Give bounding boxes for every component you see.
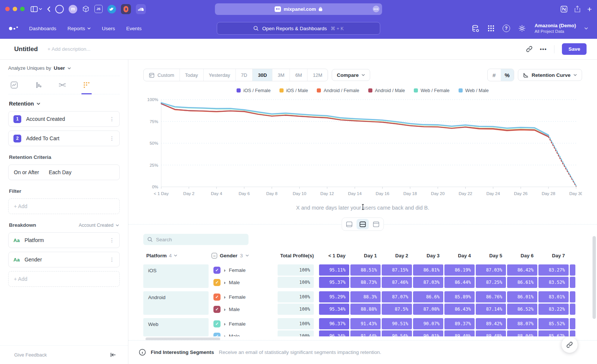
- retention-value-cell[interactable]: 95.11%: [319, 264, 349, 276]
- retention-value-cell[interactable]: 86.76%: [476, 291, 506, 302]
- event-step-card[interactable]: 1 Account Created ⋮: [8, 111, 120, 127]
- retention-value-cell[interactable]: 87.03%: [413, 277, 443, 288]
- platform-cell[interactable]: iOS: [143, 264, 209, 288]
- retention-value-cell[interactable]: 95.37%: [319, 277, 349, 288]
- retention-value-cell[interactable]: 86.43%: [444, 304, 475, 315]
- tab-flows[interactable]: [58, 81, 66, 94]
- chart-type-dropdown[interactable]: Retention Curve: [518, 69, 582, 81]
- retention-value-cell[interactable]: 83.27%: [538, 264, 569, 276]
- compare-dropdown[interactable]: Compare: [332, 69, 371, 81]
- retention-value-cell[interactable]: 88.88%: [350, 304, 381, 315]
- legend-item[interactable]: Android / Female: [317, 87, 359, 94]
- retention-value-cell[interactable]: 86.52%: [507, 304, 537, 315]
- retention-value-cell[interactable]: 86.81%: [413, 264, 443, 276]
- series-checkbox[interactable]: ✓: [213, 294, 221, 301]
- retention-value-cell[interactable]: 85.52%: [538, 318, 569, 329]
- day-column-header[interactable]: Day 6: [507, 253, 538, 258]
- day-column-header[interactable]: Day 3: [413, 253, 444, 258]
- retention-value-cell[interactable]: 83.01%: [538, 291, 569, 302]
- retention-value-cell[interactable]: 87.07%: [382, 291, 412, 302]
- retention-value-cell[interactable]: 90.07%: [413, 318, 443, 329]
- share-link-fab[interactable]: [562, 337, 578, 353]
- criteria-interval[interactable]: Each Day: [49, 169, 72, 175]
- retention-value-cell[interactable]: 85.89%: [444, 291, 475, 302]
- legend-item[interactable]: iOS / Male: [279, 87, 308, 94]
- back-button[interactable]: [47, 6, 50, 12]
- retention-value-cell[interactable]: 87.03%: [476, 264, 506, 276]
- segments-title[interactable]: Find Interesting Segments: [151, 349, 214, 355]
- retention-value-cell[interactable]: 88.73%: [350, 277, 381, 288]
- series-checkbox[interactable]: ✓: [213, 279, 221, 286]
- extension-red-icon[interactable]: [121, 4, 131, 14]
- retention-value-cell[interactable]: 95.29%: [319, 291, 349, 302]
- extension-bird-icon[interactable]: [107, 5, 116, 13]
- extension-soundcloud-icon[interactable]: [136, 4, 146, 14]
- copy-link-icon[interactable]: [526, 46, 532, 52]
- legend-item[interactable]: Web / Female: [414, 87, 450, 94]
- tab-funnels[interactable]: [34, 81, 42, 94]
- kebab-menu-icon[interactable]: ⋮: [109, 116, 115, 122]
- series-checkbox[interactable]: ✓: [213, 320, 221, 327]
- criteria-type[interactable]: On or After: [14, 169, 39, 175]
- retention-value-cell[interactable]: 88.3%: [350, 291, 381, 302]
- nav-reports[interactable]: Reports: [68, 26, 91, 31]
- kebab-menu-icon[interactable]: ⋮: [109, 135, 115, 141]
- global-search[interactable]: Open Reports & Dashboards ⌘ + K: [217, 22, 380, 35]
- retention-value-cell[interactable]: 90.51%: [382, 318, 412, 329]
- browser-sidebar-toggle[interactable]: [31, 6, 42, 12]
- day-column-header[interactable]: Day 7: [538, 253, 570, 258]
- retention-value-cell[interactable]: 86.61%: [507, 277, 537, 288]
- event-step-card[interactable]: 2 Added To Cart ⋮: [8, 131, 120, 146]
- breakdown-property-card[interactable]: Aa Platform ⋮: [8, 232, 120, 248]
- series-checkbox[interactable]: ✓: [213, 306, 221, 313]
- nav-dashboards[interactable]: Dashboards: [29, 26, 56, 31]
- expand-chevron-icon[interactable]: ›: [224, 280, 225, 285]
- extension-js-icon[interactable]: JS: [94, 5, 103, 13]
- retention-value-cell[interactable]: 88.51%: [350, 264, 381, 276]
- retention-value-cell[interactable]: 89.48%: [476, 330, 506, 336]
- nav-events[interactable]: Events: [126, 26, 141, 31]
- tab-insights[interactable]: [10, 81, 18, 94]
- platform-column-header[interactable]: Platform 4: [143, 253, 212, 258]
- save-button[interactable]: Save: [562, 43, 587, 55]
- share-icon[interactable]: [574, 6, 581, 13]
- total-profiles-header[interactable]: Total Profile(s): [278, 253, 319, 258]
- retention-value-cell[interactable]: 86.6%: [413, 291, 443, 302]
- retention-criteria-card[interactable]: On or After Each Day: [8, 164, 120, 180]
- retention-value-cell[interactable]: 83.22%: [538, 304, 569, 315]
- new-tab-button[interactable]: +: [587, 5, 592, 13]
- gender-column-header[interactable]: – Gender 3: [212, 253, 278, 258]
- give-feedback-link[interactable]: Give Feedback: [14, 352, 47, 358]
- retention-value-cell[interactable]: 87.5%: [382, 304, 412, 315]
- series-checkbox[interactable]: ✓: [213, 267, 221, 274]
- range-12m[interactable]: 12M: [307, 69, 327, 81]
- range-yesterday[interactable]: Yesterday: [203, 69, 235, 81]
- retention-value-cell[interactable]: 88.07%: [507, 318, 537, 329]
- retention-value-cell[interactable]: 86.01%: [507, 291, 537, 302]
- account-switcher[interactable]: Amazonia {Demo} All Project Data: [535, 23, 576, 34]
- absolute-count-toggle[interactable]: #: [488, 69, 501, 81]
- day-column-header[interactable]: Day 5: [476, 253, 507, 258]
- expand-chevron-icon[interactable]: ›: [224, 307, 225, 312]
- retention-value-cell[interactable]: 88.04%: [507, 330, 537, 336]
- expand-chevron-icon[interactable]: ›: [224, 267, 225, 273]
- apps-grid-icon[interactable]: [488, 25, 494, 32]
- split-view-button[interactable]: [357, 219, 369, 229]
- expand-chevron-icon[interactable]: ›: [224, 294, 225, 300]
- breakdown-target-dropdown[interactable]: Account Created: [79, 223, 119, 228]
- retention-value-cell[interactable]: 83.52%: [538, 277, 569, 288]
- retention-value-cell[interactable]: 86.19%: [444, 264, 475, 276]
- address-bar[interactable]: mixpanel.com •••: [215, 3, 382, 15]
- close-window-button[interactable]: [5, 7, 10, 11]
- retention-value-cell[interactable]: 86.42%: [507, 264, 537, 276]
- report-description-placeholder[interactable]: + Add description...: [47, 46, 90, 52]
- horizontal-scrollbar[interactable]: [146, 338, 220, 340]
- retention-value-cell[interactable]: 96.37%: [319, 318, 349, 329]
- tab-retention[interactable]: [83, 81, 90, 94]
- kebab-menu-icon[interactable]: ⋮: [109, 237, 115, 243]
- retention-value-cell[interactable]: 87.46%: [382, 277, 412, 288]
- extension-ring-icon[interactable]: [55, 5, 64, 13]
- expand-chevron-icon[interactable]: ›: [224, 333, 225, 337]
- chart-only-view-button[interactable]: [343, 219, 356, 229]
- retention-value-cell[interactable]: 87.08%: [413, 304, 443, 315]
